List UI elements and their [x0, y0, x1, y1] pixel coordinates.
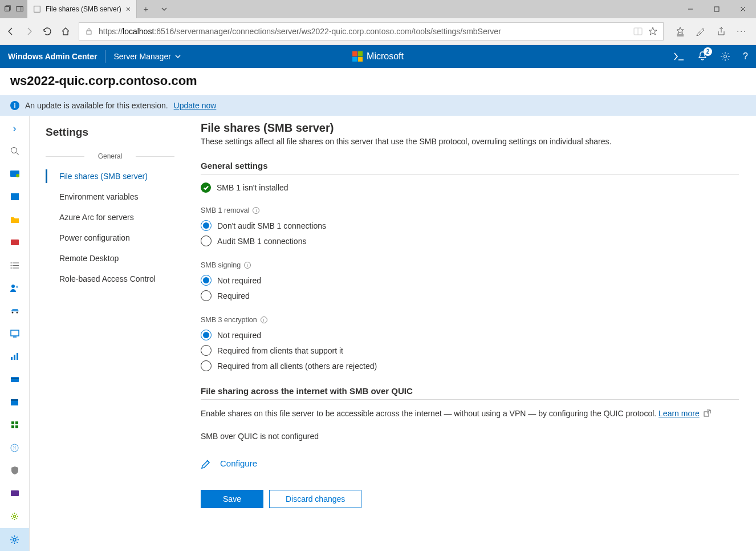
svg-rect-35: [11, 378, 19, 379]
home-button[interactable]: [60, 26, 71, 36]
svg-rect-38: [11, 421, 14, 424]
svg-rect-33: [17, 353, 18, 360]
update-now-link[interactable]: Update now: [174, 101, 217, 110]
info-icon[interactable]: i: [261, 316, 267, 323]
svg-rect-40: [11, 425, 14, 428]
svg-rect-17: [11, 193, 19, 200]
new-tab-button[interactable]: +: [137, 0, 155, 18]
tab-close-icon[interactable]: ×: [126, 5, 131, 14]
circle-x-icon[interactable]: [9, 442, 21, 453]
card-icon[interactable]: [9, 374, 21, 385]
notifications-button[interactable]: 2: [697, 51, 708, 63]
save-button[interactable]: Save: [201, 490, 263, 508]
chart-icon[interactable]: [9, 351, 21, 362]
window-controls: [677, 0, 756, 18]
radio-enc-not-required[interactable]: Not required: [201, 327, 739, 343]
search-icon[interactable]: [9, 145, 21, 157]
page-title: ws2022-quic.corp.contoso.com: [10, 74, 746, 88]
nav-rbac[interactable]: Role-based Access Control: [46, 269, 184, 289]
wac-header: Windows Admin Center Server Manager Micr…: [0, 45, 756, 68]
info-icon[interactable]: i: [244, 262, 251, 269]
radio-dont-audit[interactable]: Don't audit SMB 1 connections: [201, 218, 739, 233]
nav-power[interactable]: Power configuration: [46, 228, 184, 248]
back-button[interactable]: [6, 26, 16, 36]
address-bar[interactable]: https://localhost:6516/servermanager/con…: [79, 22, 664, 40]
favorites-list-icon[interactable]: [675, 26, 685, 36]
browser-toolbar: https://localhost:6516/servermanager/con…: [0, 18, 756, 45]
quic-status: SMB over QUIC is not configured: [201, 432, 739, 441]
radio-enc-all[interactable]: Required from all clients (others are re…: [201, 358, 739, 374]
overview-icon[interactable]: [9, 168, 21, 180]
list-icon[interactable]: [9, 259, 21, 271]
update-notification: i An update is available for this extens…: [0, 95, 756, 116]
configure-button[interactable]: Configure: [201, 458, 739, 469]
info-icon: i: [10, 101, 19, 110]
reading-view-icon[interactable]: [633, 27, 643, 35]
svg-rect-0: [5, 7, 10, 11]
svg-rect-4: [34, 6, 40, 13]
learn-more-link[interactable]: Learn more: [659, 409, 700, 418]
radio-signing-required[interactable]: Required: [201, 288, 739, 303]
quic-description: Enable shares on this file server to be …: [201, 408, 739, 420]
notes-icon[interactable]: [696, 26, 706, 36]
favorite-icon[interactable]: [648, 27, 657, 36]
nav-azure-arc[interactable]: Azure Arc for servers: [46, 207, 184, 228]
maximize-button[interactable]: [704, 0, 730, 18]
radio-audit[interactable]: Audit SMB 1 connections: [201, 233, 739, 249]
settings-group-label: General: [46, 152, 174, 160]
window-dock-icon[interactable]: [16, 5, 24, 13]
smb1-removal-group: Don't audit SMB 1 connections Audit SMB …: [201, 218, 739, 249]
share-icon[interactable]: [716, 26, 726, 36]
smb1-status: SMB 1 isn't installed: [201, 182, 739, 193]
notification-text: An update is available for this extensio…: [25, 101, 168, 110]
window-stack-icon[interactable]: [3, 5, 11, 13]
browser-tab[interactable]: File shares (SMB server) ×: [27, 0, 137, 18]
product-name[interactable]: Windows Admin Center: [8, 52, 97, 61]
external-link-icon: [704, 408, 711, 420]
purple-block-icon[interactable]: [9, 488, 21, 499]
svg-rect-43: [11, 490, 19, 496]
forward-button[interactable]: [24, 26, 34, 36]
settings-nav-icon[interactable]: [0, 528, 29, 551]
powershell-icon[interactable]: [673, 52, 685, 61]
svg-point-23: [10, 265, 11, 266]
general-settings-heading: General settings: [201, 161, 739, 174]
calendar-icon[interactable]: [9, 396, 21, 408]
vehicle-icon[interactable]: [9, 305, 21, 316]
settings-panel: Settings General File shares (SMB server…: [30, 116, 184, 551]
users-icon[interactable]: [9, 282, 21, 294]
close-window-button[interactable]: [730, 0, 756, 18]
titlebar-app-buttons: [0, 0, 27, 18]
gear-icon[interactable]: [720, 51, 730, 62]
breadcrumb[interactable]: Server Manager: [113, 52, 181, 61]
apps-icon[interactable]: [9, 419, 21, 431]
azure-icon[interactable]: [9, 191, 21, 202]
info-icon[interactable]: i: [253, 207, 259, 214]
nav-remote-desktop[interactable]: Remote Desktop: [46, 248, 184, 269]
svg-point-13: [11, 148, 17, 153]
nav-file-shares[interactable]: File shares (SMB server): [46, 166, 184, 186]
smb3-encryption-group: Not required Required from clients that …: [201, 327, 739, 374]
expand-nav-button[interactable]: ›: [9, 123, 21, 134]
refresh-button[interactable]: [42, 26, 52, 36]
shield-icon[interactable]: [9, 465, 21, 476]
radio-enc-supported[interactable]: Required from clients that support it: [201, 343, 739, 358]
certificates-icon[interactable]: [9, 237, 21, 248]
monitor-icon[interactable]: [9, 328, 21, 339]
help-icon[interactable]: ?: [743, 51, 748, 62]
chevron-down-icon: [174, 53, 181, 60]
smb-signing-label: SMB signing i: [201, 261, 739, 269]
notification-badge: 2: [704, 47, 712, 56]
files-icon[interactable]: [9, 214, 21, 225]
svg-point-45: [13, 538, 16, 541]
nav-env-vars[interactable]: Environment variables: [46, 186, 184, 207]
radio-signing-not-required[interactable]: Not required: [201, 273, 739, 288]
svg-rect-18: [11, 240, 19, 245]
more-icon[interactable]: ···: [737, 26, 747, 36]
url-text: https://localhost:6516/servermanager/con…: [99, 27, 628, 36]
gear-small-icon[interactable]: [9, 510, 21, 522]
minimize-button[interactable]: [677, 0, 704, 18]
tab-list-button[interactable]: [155, 0, 173, 18]
check-icon: [201, 182, 211, 193]
discard-button[interactable]: Discard changes: [269, 490, 361, 508]
